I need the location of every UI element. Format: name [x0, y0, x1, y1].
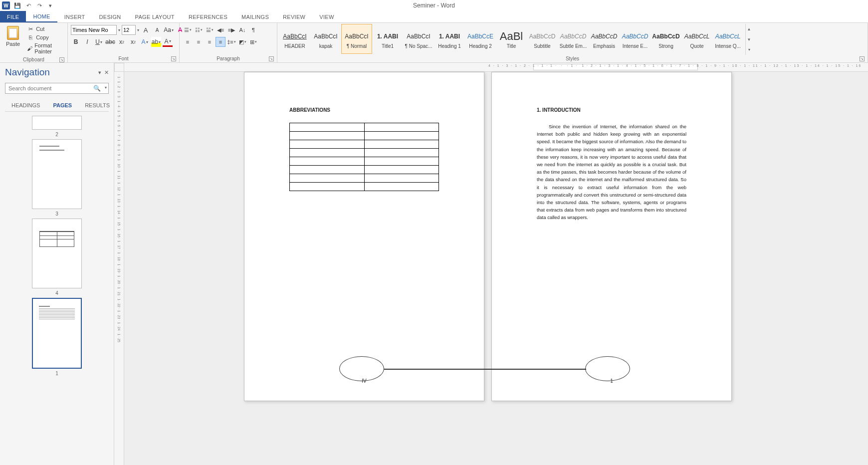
style-subtle-em---[interactable]: AaBbCcDSubtle Em...	[558, 24, 589, 54]
strikethrough-button[interactable]: abc	[105, 37, 115, 47]
thumb-page-5[interactable]	[32, 298, 82, 369]
group-font: ▾ ▾ A A Aa A̶ B I U abc x2 x2 A ab A Fon…	[68, 23, 180, 62]
style-intense-q---[interactable]: AaBbCcLIntense Q...	[712, 24, 743, 54]
style-title1[interactable]: 1. AABITitle1	[372, 24, 403, 54]
style-kapak[interactable]: AaBbCcIkapak	[310, 24, 341, 54]
nav-tab-results[interactable]: RESULTS	[78, 99, 116, 111]
bold-button[interactable]: B	[71, 37, 81, 47]
undo-icon[interactable]: ↶	[25, 2, 32, 9]
decrease-indent-button[interactable]: ◀≡	[216, 25, 225, 35]
introduction-heading: 1. INTRODUCTION	[537, 107, 686, 113]
page-right[interactable]: 1. INTRODUCTION Since the invention of I…	[491, 72, 732, 401]
tab-page-layout[interactable]: PAGE LAYOUT	[128, 11, 182, 22]
styles-scroll: ▲ ▼ ▾	[745, 24, 752, 55]
vertical-ruler[interactable]: · 1 · 1 · 2 · 1 · 3 · 1 · 4 · 1 · 5 · 1 …	[114, 63, 124, 465]
tab-review[interactable]: REVIEW	[276, 11, 312, 22]
search-dropdown-icon[interactable]: ▾	[105, 85, 107, 90]
numbering-button[interactable]: ☷	[194, 25, 204, 35]
nav-close-icon[interactable]: ✕	[104, 69, 109, 76]
style---no-spac---[interactable]: AaBbCcI¶ No Spac...	[403, 24, 434, 54]
style---normal[interactable]: AaBbCcI¶ Normal	[341, 24, 372, 54]
font-size-input[interactable]	[122, 25, 136, 35]
styles-scroll-down[interactable]: ▼	[746, 34, 752, 45]
tab-view[interactable]: VIEW	[312, 11, 341, 22]
paste-button[interactable]: Paste	[3, 25, 23, 48]
font-color-button[interactable]: A	[163, 37, 173, 47]
tab-home[interactable]: HOME	[26, 11, 57, 22]
text-effects-button[interactable]: A	[140, 37, 150, 47]
ribbon-tabs: FILE HOME INSERT DESIGN PAGE LAYOUT REFE…	[0, 11, 868, 23]
borders-button[interactable]: ⊞	[248, 37, 258, 47]
format-painter-button[interactable]: 🖌Format Painter	[25, 42, 64, 55]
nav-thumbs: 2 3 4	[5, 112, 109, 461]
group-paragraph: ☰ ☷ ☱ ◀≡ ≡▶ A↓ ¶ ≡ ≡ ≡ ≡ ‡≡ ◩ ⊞ Paragrap…	[180, 23, 277, 62]
qat-more-icon[interactable]: ▾	[47, 2, 54, 9]
save-icon[interactable]: 💾	[14, 2, 21, 9]
align-left-button[interactable]: ≡	[183, 37, 193, 47]
clipboard-dialog-launcher[interactable]: ↘	[59, 57, 64, 62]
abbreviations-table[interactable]	[289, 123, 439, 191]
change-case-button[interactable]: Aa	[164, 25, 174, 35]
style-title[interactable]: AaBlTitle	[496, 24, 527, 54]
cut-label: Cut	[36, 26, 44, 32]
group-styles: AaBbCcIHEADERAaBbCcIkapakAaBbCcI¶ Normal…	[277, 23, 868, 62]
sort-button[interactable]: A↓	[237, 25, 247, 35]
superscript-button[interactable]: x2	[128, 37, 138, 47]
underline-button[interactable]: U	[94, 37, 104, 47]
subscript-button[interactable]: x2	[117, 37, 127, 47]
tab-file[interactable]: FILE	[0, 11, 26, 22]
paragraph-dialog-launcher[interactable]: ↘	[269, 56, 274, 61]
introduction-body: Since the invention of Internet, the inf…	[537, 123, 686, 221]
nav-tab-headings[interactable]: HEADINGS	[5, 99, 46, 111]
document-title: Seminer - Word	[413, 2, 455, 9]
redo-icon[interactable]: ↷	[36, 2, 43, 9]
highlight-button[interactable]: ab	[151, 37, 161, 47]
tab-mailings[interactable]: MAILINGS	[234, 11, 276, 22]
nav-dropdown-icon[interactable]: ▾	[98, 69, 101, 76]
styles-dialog-launcher[interactable]: ↘	[860, 56, 865, 61]
align-right-button[interactable]: ≡	[205, 37, 215, 47]
style-header[interactable]: AaBbCcIHEADER	[279, 24, 310, 54]
navigation-pane: Navigation ▾ ✕ 🔍 ▾ HEADINGS PAGES RESULT…	[0, 63, 114, 465]
style-heading-1[interactable]: 1. AABIHeading 1	[434, 24, 465, 54]
style-emphasis[interactable]: AaBbCcDEmphasis	[589, 24, 620, 54]
page-left[interactable]: ABBREVIATIONS IV	[244, 72, 484, 401]
styles-expand[interactable]: ▾	[746, 44, 752, 55]
cut-button[interactable]: ✂Cut	[25, 25, 64, 33]
pages-container: ABBREVIATIONS IV 1. INTRODUCTION Since t…	[124, 72, 868, 465]
italic-button[interactable]: I	[82, 37, 92, 47]
tab-references[interactable]: REFERENCES	[182, 11, 234, 22]
copy-button[interactable]: ⎘Copy	[25, 33, 64, 41]
thumb-num: 1	[55, 371, 58, 376]
thumb-page-4[interactable]	[32, 219, 82, 288]
style-subtitle[interactable]: AaBbCcDSubtitle	[527, 24, 558, 54]
tab-design[interactable]: DESIGN	[92, 11, 128, 22]
font-dialog-launcher[interactable]: ↘	[171, 56, 176, 61]
style-heading-2[interactable]: AaBbCcEHeading 2	[465, 24, 496, 54]
style-strong[interactable]: AaBbCcDStrong	[651, 24, 681, 54]
align-center-button[interactable]: ≡	[194, 37, 204, 47]
line-spacing-button[interactable]: ‡≡	[226, 37, 236, 47]
style-quote[interactable]: AaBbCcLQuote	[681, 24, 712, 54]
abbreviations-heading: ABBREVIATIONS	[289, 107, 439, 113]
multilevel-button[interactable]: ☱	[205, 25, 215, 35]
increase-indent-button[interactable]: ≡▶	[226, 25, 236, 35]
thumb-page-2[interactable]	[32, 116, 82, 130]
style-intense-e---[interactable]: AaBbCcDIntense E...	[620, 24, 651, 54]
nav-tab-pages[interactable]: PAGES	[46, 99, 78, 111]
justify-button[interactable]: ≡	[216, 37, 225, 47]
search-icon[interactable]: 🔍	[93, 85, 101, 92]
styles-gallery: AaBbCcIHEADERAaBbCcIkapakAaBbCcI¶ Normal…	[279, 24, 743, 54]
show-marks-button[interactable]: ¶	[248, 25, 258, 35]
horizontal-ruler[interactable]: 4 · 1 · 3 · 1 · 2 · 1 · 1 · 1 · · · 1 · …	[124, 63, 868, 72]
font-name-input[interactable]	[71, 25, 117, 35]
thumb-num: 3	[55, 211, 58, 217]
tab-insert[interactable]: INSERT	[57, 11, 92, 22]
grow-font-button[interactable]: A	[141, 25, 151, 35]
shrink-font-button[interactable]: A	[152, 25, 162, 35]
styles-scroll-up[interactable]: ▲	[746, 24, 752, 34]
bullets-button[interactable]: ☰	[183, 25, 193, 35]
thumb-page-3[interactable]	[32, 139, 82, 209]
shading-button[interactable]: ◩	[237, 37, 247, 47]
copy-label: Copy	[36, 34, 49, 40]
